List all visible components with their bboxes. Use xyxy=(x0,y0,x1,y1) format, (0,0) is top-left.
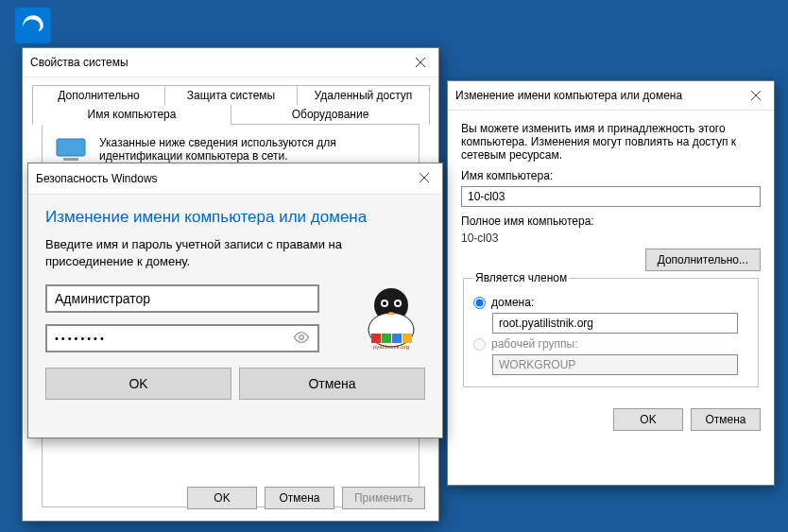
account-picture: pyatilistnik.org xyxy=(357,284,425,351)
titlebar[interactable]: Безопасность Windows xyxy=(28,163,442,195)
svg-rect-12 xyxy=(403,334,412,343)
info-text: Указанные ниже сведения используются для… xyxy=(99,136,407,163)
svg-rect-10 xyxy=(382,334,391,343)
cancel-button[interactable]: Отмена xyxy=(239,368,425,400)
close-icon[interactable] xyxy=(406,163,442,192)
cancel-button[interactable]: Отмена xyxy=(691,408,761,431)
close-icon[interactable] xyxy=(738,81,774,110)
svg-point-2 xyxy=(300,335,304,339)
username-input[interactable] xyxy=(45,284,319,313)
ok-button[interactable]: OK xyxy=(45,368,231,400)
password-input[interactable]: •••••••• xyxy=(45,324,319,352)
desktop-icon-edge[interactable] xyxy=(9,8,57,46)
computer-icon xyxy=(54,136,88,164)
fqdn-label: Полное имя компьютера: xyxy=(461,215,761,228)
tab-advanced[interactable]: Дополнительно xyxy=(32,85,165,105)
titlebar[interactable]: Свойства системы xyxy=(23,48,438,77)
member-legend: Является членом xyxy=(473,271,569,284)
password-mask: •••••••• xyxy=(55,333,107,344)
credential-header: Изменение имени компьютера или домена xyxy=(45,208,425,227)
ok-button[interactable]: OK xyxy=(187,487,257,509)
window-title: Изменение имени компьютера или домена xyxy=(455,89,766,102)
rename-computer-dialog: Изменение имени компьютера или домена Вы… xyxy=(447,80,775,486)
titlebar[interactable]: Изменение имени компьютера или домена xyxy=(448,81,774,111)
name-label: Имя компьютера: xyxy=(461,169,761,182)
radio-domain[interactable]: домена: xyxy=(473,296,748,309)
cancel-button[interactable]: Отмена xyxy=(265,487,334,509)
edge-icon xyxy=(15,8,51,43)
additional-button[interactable]: Дополнительно... xyxy=(645,249,761,271)
svg-point-8 xyxy=(396,301,400,305)
svg-point-7 xyxy=(383,301,386,305)
radio-workgroup[interactable]: рабочей группы: xyxy=(473,337,748,351)
close-icon[interactable] xyxy=(403,48,438,77)
svg-rect-9 xyxy=(371,334,381,343)
apply-button[interactable]: Применить xyxy=(342,487,425,509)
workgroup-input xyxy=(492,354,738,375)
window-title: Свойства системы xyxy=(30,56,431,69)
tab-computer-name[interactable]: Имя компьютера xyxy=(32,105,231,125)
tab-protection[interactable]: Защита системы xyxy=(164,85,298,105)
credential-dialog: Безопасность Windows Изменение имени ком… xyxy=(27,163,443,438)
svg-rect-1 xyxy=(63,158,78,161)
tab-remote[interactable]: Удаленный доступ xyxy=(297,85,430,105)
computer-name-input[interactable] xyxy=(461,186,761,207)
fqdn-value: 10-cl03 xyxy=(461,232,761,245)
svg-rect-0 xyxy=(57,139,85,156)
credential-instruction: Введите имя и пароль учетной записи с пр… xyxy=(45,236,425,269)
reveal-password-icon[interactable] xyxy=(293,331,310,347)
member-of-group: Является членом домена: рабочей группы: xyxy=(463,271,759,387)
svg-rect-11 xyxy=(392,334,402,343)
ok-button[interactable]: OK xyxy=(613,408,683,431)
tab-hardware[interactable]: Оборудование xyxy=(231,105,430,125)
domain-input[interactable] xyxy=(492,313,738,334)
dialog-buttons: OK Отмена Применить xyxy=(187,487,425,509)
svg-text:pyatilistnik.org: pyatilistnik.org xyxy=(373,344,409,350)
intro-text: Вы можете изменить имя и принадлежность … xyxy=(461,122,761,162)
window-title: Безопасность Windows xyxy=(36,172,435,185)
